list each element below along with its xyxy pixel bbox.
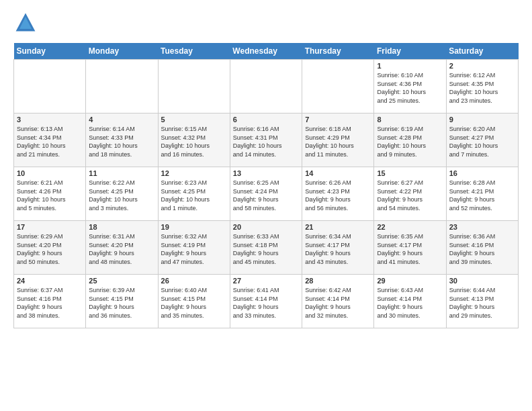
day-cell: 25Sunrise: 6:39 AMSunset: 4:15 PMDayligh… bbox=[86, 275, 158, 328]
week-row-2: 3Sunrise: 6:13 AMSunset: 4:34 PMDaylight… bbox=[14, 113, 519, 167]
day-number: 17 bbox=[17, 223, 83, 231]
day-details: Sunrise: 6:29 AMSunset: 4:20 PMDaylight:… bbox=[17, 232, 83, 266]
week-row-3: 10Sunrise: 6:21 AMSunset: 4:26 PMDayligh… bbox=[14, 167, 519, 221]
day-number: 23 bbox=[449, 223, 515, 231]
day-number: 27 bbox=[233, 277, 299, 285]
day-cell: 2Sunrise: 6:12 AMSunset: 4:35 PMDaylight… bbox=[446, 60, 518, 113]
day-cell: 15Sunrise: 6:27 AMSunset: 4:22 PMDayligh… bbox=[374, 167, 446, 221]
day-number: 3 bbox=[17, 116, 83, 124]
day-cell: 5Sunrise: 6:15 AMSunset: 4:32 PMDaylight… bbox=[158, 113, 230, 167]
day-details: Sunrise: 6:40 AMSunset: 4:15 PMDaylight:… bbox=[161, 286, 227, 320]
day-number: 13 bbox=[233, 169, 299, 177]
day-details: Sunrise: 6:22 AMSunset: 4:25 PMDaylight:… bbox=[89, 179, 154, 212]
day-cell: 16Sunrise: 6:28 AMSunset: 4:21 PMDayligh… bbox=[446, 167, 518, 221]
page: SundayMondayTuesdayWednesdayThursdayFrid… bbox=[0, 0, 532, 339]
week-row-4: 17Sunrise: 6:29 AMSunset: 4:20 PMDayligh… bbox=[14, 221, 519, 275]
day-cell: 18Sunrise: 6:31 AMSunset: 4:20 PMDayligh… bbox=[86, 221, 158, 275]
day-number: 4 bbox=[89, 116, 154, 124]
day-details: Sunrise: 6:31 AMSunset: 4:20 PMDaylight:… bbox=[89, 232, 154, 266]
day-cell: 6Sunrise: 6:16 AMSunset: 4:31 PMDaylight… bbox=[230, 113, 302, 167]
day-details: Sunrise: 6:10 AMSunset: 4:36 PMDaylight:… bbox=[377, 71, 443, 105]
day-number: 25 bbox=[89, 277, 154, 285]
day-number: 21 bbox=[305, 223, 371, 231]
day-number: 12 bbox=[161, 169, 227, 177]
day-number: 2 bbox=[449, 62, 515, 70]
day-number: 24 bbox=[17, 277, 83, 285]
day-cell: 11Sunrise: 6:22 AMSunset: 4:25 PMDayligh… bbox=[86, 167, 158, 221]
day-details: Sunrise: 6:41 AMSunset: 4:14 PMDaylight:… bbox=[233, 286, 299, 320]
calendar-table: SundayMondayTuesdayWednesdayThursdayFrid… bbox=[13, 43, 519, 328]
day-details: Sunrise: 6:23 AMSunset: 4:25 PMDaylight:… bbox=[161, 179, 227, 212]
day-details: Sunrise: 6:16 AMSunset: 4:31 PMDaylight:… bbox=[233, 125, 299, 158]
day-cell: 29Sunrise: 6:43 AMSunset: 4:14 PMDayligh… bbox=[374, 275, 446, 328]
day-details: Sunrise: 6:37 AMSunset: 4:16 PMDaylight:… bbox=[17, 286, 83, 320]
day-cell: 17Sunrise: 6:29 AMSunset: 4:20 PMDayligh… bbox=[14, 221, 86, 275]
day-details: Sunrise: 6:27 AMSunset: 4:22 PMDaylight:… bbox=[377, 179, 443, 212]
day-details: Sunrise: 6:32 AMSunset: 4:19 PMDaylight:… bbox=[161, 232, 227, 266]
day-details: Sunrise: 6:34 AMSunset: 4:17 PMDaylight:… bbox=[305, 232, 371, 266]
day-cell: 8Sunrise: 6:19 AMSunset: 4:28 PMDaylight… bbox=[374, 113, 446, 167]
day-cell: 20Sunrise: 6:33 AMSunset: 4:18 PMDayligh… bbox=[230, 221, 302, 275]
header-cell-thursday: Thursday bbox=[302, 43, 374, 60]
day-details: Sunrise: 6:26 AMSunset: 4:23 PMDaylight:… bbox=[305, 179, 371, 212]
day-number: 7 bbox=[305, 116, 371, 124]
day-number: 14 bbox=[305, 169, 371, 177]
day-details: Sunrise: 6:43 AMSunset: 4:14 PMDaylight:… bbox=[377, 286, 443, 320]
day-details: Sunrise: 6:39 AMSunset: 4:15 PMDaylight:… bbox=[89, 286, 154, 320]
header-cell-wednesday: Wednesday bbox=[230, 43, 302, 60]
day-number: 16 bbox=[449, 169, 515, 177]
day-cell: 21Sunrise: 6:34 AMSunset: 4:17 PMDayligh… bbox=[302, 221, 374, 275]
day-number: 9 bbox=[449, 116, 515, 124]
day-details: Sunrise: 6:33 AMSunset: 4:18 PMDaylight:… bbox=[233, 232, 299, 266]
day-number: 5 bbox=[161, 116, 227, 124]
day-cell: 26Sunrise: 6:40 AMSunset: 4:15 PMDayligh… bbox=[158, 275, 230, 328]
day-cell: 1Sunrise: 6:10 AMSunset: 4:36 PMDaylight… bbox=[374, 60, 446, 113]
day-details: Sunrise: 6:15 AMSunset: 4:32 PMDaylight:… bbox=[161, 125, 227, 158]
day-details: Sunrise: 6:20 AMSunset: 4:27 PMDaylight:… bbox=[449, 125, 515, 158]
logo bbox=[13, 11, 40, 35]
header-cell-tuesday: Tuesday bbox=[158, 43, 230, 60]
day-number: 22 bbox=[377, 223, 443, 231]
day-number: 26 bbox=[161, 277, 227, 285]
day-number: 20 bbox=[233, 223, 299, 231]
day-cell bbox=[14, 60, 86, 113]
day-number: 28 bbox=[305, 277, 371, 285]
day-cell: 12Sunrise: 6:23 AMSunset: 4:25 PMDayligh… bbox=[158, 167, 230, 221]
day-details: Sunrise: 6:44 AMSunset: 4:13 PMDaylight:… bbox=[449, 286, 515, 320]
day-details: Sunrise: 6:12 AMSunset: 4:35 PMDaylight:… bbox=[449, 71, 515, 105]
day-cell: 22Sunrise: 6:35 AMSunset: 4:17 PMDayligh… bbox=[374, 221, 446, 275]
day-details: Sunrise: 6:21 AMSunset: 4:26 PMDaylight:… bbox=[17, 179, 83, 212]
logo-icon bbox=[13, 11, 38, 35]
day-cell: 7Sunrise: 6:18 AMSunset: 4:29 PMDaylight… bbox=[302, 113, 374, 167]
day-cell: 30Sunrise: 6:44 AMSunset: 4:13 PMDayligh… bbox=[446, 275, 518, 328]
day-cell: 13Sunrise: 6:25 AMSunset: 4:24 PMDayligh… bbox=[230, 167, 302, 221]
day-cell: 24Sunrise: 6:37 AMSunset: 4:16 PMDayligh… bbox=[14, 275, 86, 328]
day-cell bbox=[302, 60, 374, 113]
day-cell: 28Sunrise: 6:42 AMSunset: 4:14 PMDayligh… bbox=[302, 275, 374, 328]
day-cell: 19Sunrise: 6:32 AMSunset: 4:19 PMDayligh… bbox=[158, 221, 230, 275]
day-cell: 9Sunrise: 6:20 AMSunset: 4:27 PMDaylight… bbox=[446, 113, 518, 167]
day-number: 6 bbox=[233, 116, 299, 124]
week-row-1: 1Sunrise: 6:10 AMSunset: 4:36 PMDaylight… bbox=[14, 60, 519, 113]
header-row: SundayMondayTuesdayWednesdayThursdayFrid… bbox=[14, 43, 519, 60]
week-row-5: 24Sunrise: 6:37 AMSunset: 4:16 PMDayligh… bbox=[14, 275, 519, 328]
day-details: Sunrise: 6:36 AMSunset: 4:16 PMDaylight:… bbox=[449, 232, 515, 266]
day-number: 30 bbox=[449, 277, 515, 285]
day-details: Sunrise: 6:35 AMSunset: 4:17 PMDaylight:… bbox=[377, 232, 443, 266]
day-cell: 4Sunrise: 6:14 AMSunset: 4:33 PMDaylight… bbox=[86, 113, 158, 167]
day-details: Sunrise: 6:14 AMSunset: 4:33 PMDaylight:… bbox=[89, 125, 154, 158]
day-cell: 23Sunrise: 6:36 AMSunset: 4:16 PMDayligh… bbox=[446, 221, 518, 275]
header-cell-saturday: Saturday bbox=[446, 43, 518, 60]
day-details: Sunrise: 6:42 AMSunset: 4:14 PMDaylight:… bbox=[305, 286, 371, 320]
day-cell: 27Sunrise: 6:41 AMSunset: 4:14 PMDayligh… bbox=[230, 275, 302, 328]
day-cell: 10Sunrise: 6:21 AMSunset: 4:26 PMDayligh… bbox=[14, 167, 86, 221]
day-number: 18 bbox=[89, 223, 154, 231]
day-details: Sunrise: 6:13 AMSunset: 4:34 PMDaylight:… bbox=[17, 125, 83, 158]
header-cell-sunday: Sunday bbox=[14, 43, 86, 60]
day-cell bbox=[86, 60, 158, 113]
day-number: 15 bbox=[377, 169, 443, 177]
day-details: Sunrise: 6:18 AMSunset: 4:29 PMDaylight:… bbox=[305, 125, 371, 158]
header-cell-friday: Friday bbox=[374, 43, 446, 60]
day-number: 19 bbox=[161, 223, 227, 231]
day-number: 8 bbox=[377, 116, 443, 124]
